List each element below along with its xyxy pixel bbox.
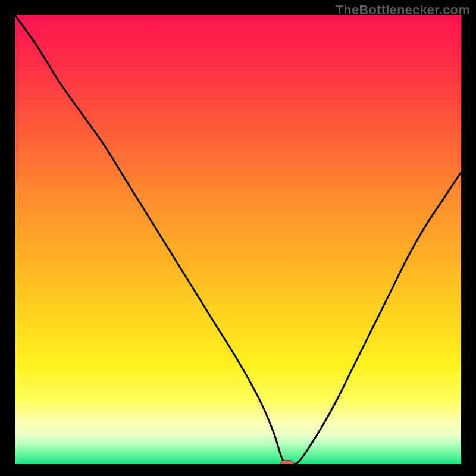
- frame-border-right: [461, 0, 476, 476]
- chart-container: { "watermark": "TheBottleneсker.com", "c…: [0, 0, 476, 476]
- gradient-background: [15, 15, 461, 464]
- watermark-text: TheBottleneсker.com: [336, 2, 470, 18]
- bottleneck-chart: [0, 0, 476, 476]
- frame-border-left: [0, 0, 15, 476]
- frame-border-bottom: [0, 464, 476, 476]
